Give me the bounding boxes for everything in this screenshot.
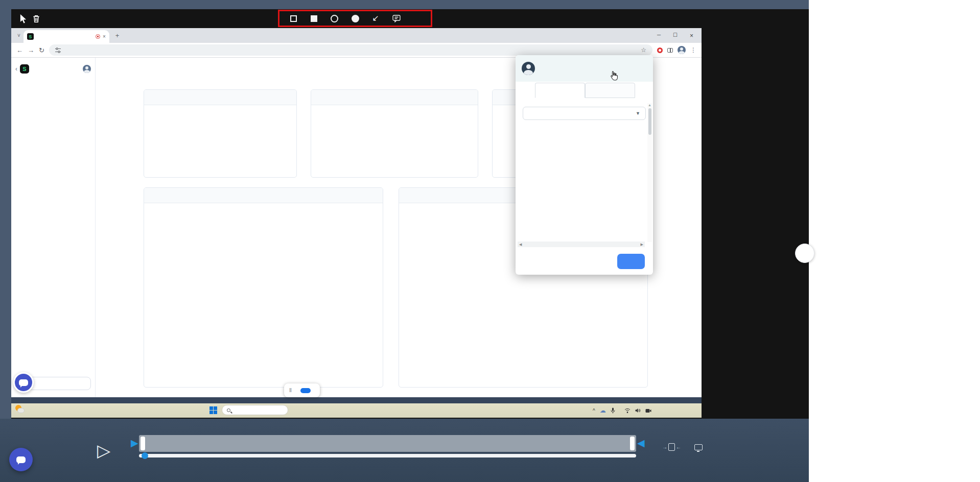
- user-avatar[interactable]: [83, 65, 91, 73]
- trash-icon[interactable]: [30, 12, 43, 26]
- onedrive-cloud-icon[interactable]: ☁: [600, 407, 606, 414]
- wifi-icon[interactable]: [624, 408, 631, 413]
- stat-card-workload: [144, 89, 297, 178]
- recorder-extension-icon[interactable]: [657, 47, 663, 53]
- popup-footer: [516, 248, 653, 275]
- select-cursor-icon[interactable]: [16, 12, 30, 26]
- hand-cursor-icon: [610, 70, 618, 83]
- windows-taskbar: ^ ☁: [11, 403, 702, 418]
- collapse-panel-button[interactable]: [795, 244, 814, 263]
- close-window-button[interactable]: ×: [690, 32, 693, 39]
- support-chat-bubble[interactable]: [9, 448, 33, 471]
- popup-header: [516, 55, 653, 82]
- minimize-button[interactable]: ─: [657, 32, 661, 39]
- popup-horizontal-scrollbar[interactable]: ◀ ▶: [518, 242, 645, 247]
- chart-card-most-executed: [144, 187, 383, 388]
- screen-share-bar: ‖: [284, 383, 320, 397]
- scroll-left-icon[interactable]: ◀: [519, 243, 522, 247]
- tab-clipper[interactable]: [585, 83, 635, 98]
- taskbar-center: [209, 405, 293, 415]
- forward-icon[interactable]: →: [28, 46, 34, 54]
- recording-detail-panel: [809, 0, 980, 482]
- bookmark-star-icon[interactable]: ☆: [641, 46, 646, 54]
- weather-icon: [15, 405, 25, 413]
- stagecrew-logo: S: [20, 64, 29, 74]
- start-button[interactable]: [209, 406, 217, 414]
- stop-sharing-button[interactable]: [300, 388, 311, 393]
- chart-card-header: [144, 188, 383, 203]
- playback-progress-bar[interactable]: [139, 454, 636, 457]
- player-tools: →←: [662, 443, 703, 451]
- ellipse-outline-tool-icon[interactable]: [328, 12, 341, 25]
- trim-frames-icon[interactable]: →←: [662, 443, 681, 451]
- browser-tab-strip: ˅ S × + ─ ☐ ×: [11, 28, 702, 43]
- chevron-down-icon: ▼: [636, 111, 640, 116]
- trim-handle-right[interactable]: [630, 437, 635, 450]
- rectangle-outline-tool-icon[interactable]: [287, 12, 300, 25]
- popup-vertical-scrollbar[interactable]: ▲: [647, 103, 652, 242]
- system-tray: ^ ☁: [593, 403, 658, 418]
- app-sidebar: ‹ S: [11, 58, 96, 397]
- weather-widget[interactable]: [15, 405, 27, 413]
- screen-recording-review-app: ↙ ˅ S × + ─ ☐ ×: [0, 0, 980, 482]
- trim-end-marker[interactable]: ◀: [637, 437, 645, 449]
- chart-legend: [144, 332, 383, 342]
- tab-recording-indicator-icon: [96, 34, 100, 39]
- stat-card-header: [144, 90, 296, 105]
- intercom-chat-bubble[interactable]: [13, 372, 34, 393]
- desktop-strip: [11, 397, 702, 403]
- speaker-icon[interactable]: [635, 408, 641, 413]
- executed-scenarios-chart: [144, 203, 383, 332]
- tray-expand-icon[interactable]: ^: [593, 408, 595, 414]
- address-bar[interactable]: ☆: [49, 44, 652, 56]
- search-icon: [227, 408, 230, 412]
- rectangle-filled-tool-icon[interactable]: [308, 12, 321, 25]
- toolbar-confirm-group: [661, 9, 669, 28]
- browser-tab[interactable]: S ×: [24, 30, 109, 43]
- browser-profile-avatar[interactable]: [678, 46, 686, 54]
- sidebar-header: ‹ S: [15, 62, 91, 76]
- find-button[interactable]: [617, 254, 645, 269]
- play-button[interactable]: ▷: [97, 440, 110, 461]
- new-tab-button[interactable]: +: [115, 32, 120, 39]
- ellipse-filled-tool-icon[interactable]: [348, 12, 362, 25]
- text-tool-icon[interactable]: [410, 12, 424, 25]
- reload-icon[interactable]: ↻: [39, 46, 44, 54]
- stagecrew-favicon: S: [27, 33, 34, 40]
- scenario-select[interactable]: ▼: [523, 107, 646, 120]
- tab-instant-lookup[interactable]: [535, 83, 585, 98]
- popup-user-avatar[interactable]: [522, 62, 535, 75]
- tab-close-icon[interactable]: ×: [103, 34, 106, 39]
- trim-handle-left[interactable]: [141, 437, 145, 450]
- stat-card-header: [311, 90, 478, 105]
- browser-menu-icon[interactable]: ⋮: [690, 46, 696, 54]
- arrow-tool-icon[interactable]: ↙: [369, 12, 382, 25]
- timeline-trim-bar[interactable]: [139, 435, 636, 452]
- pitwall-extension-popup: ▼ ▲ ◀ ▶: [516, 55, 653, 275]
- tab-search-chevron-icon[interactable]: ˅: [17, 33, 20, 38]
- taskbar-search[interactable]: [222, 405, 288, 415]
- tune-icon: [55, 47, 61, 53]
- shape-tools-group: ↙: [278, 10, 432, 27]
- microphone-icon[interactable]: [611, 407, 615, 414]
- popup-tabs: [516, 83, 653, 98]
- split-view-icon[interactable]: [667, 48, 673, 53]
- maximize-button[interactable]: ☐: [673, 32, 678, 39]
- screenshot-frame-icon[interactable]: [694, 444, 703, 450]
- comment-tool-icon[interactable]: [390, 12, 403, 25]
- trim-start-marker[interactable]: ▶: [131, 437, 138, 449]
- scroll-right-icon[interactable]: ▶: [641, 243, 643, 247]
- back-icon[interactable]: ←: [16, 46, 23, 54]
- camera-icon[interactable]: [645, 408, 651, 413]
- annotation-toolbar: ↙: [11, 9, 809, 28]
- stat-card-cost: [311, 89, 478, 178]
- window-controls: ─ ☐ ×: [657, 32, 702, 39]
- pause-icon: ‖: [289, 388, 292, 393]
- popup-body: ▼: [516, 98, 653, 126]
- sidebar-collapse-icon[interactable]: ‹: [15, 65, 17, 73]
- playhead[interactable]: [142, 452, 148, 459]
